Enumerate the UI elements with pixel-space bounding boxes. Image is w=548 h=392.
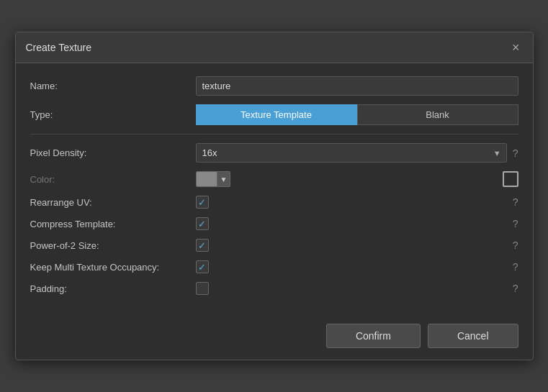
keep-multi-checkbox[interactable]: ✓ [196,260,209,273]
pixel-density-label: Pixel Density: [30,147,196,158]
type-row: Type: Texture Template Blank [30,104,518,125]
type-toggle: Texture Template Blank [196,104,518,125]
power-of-2-help-icon[interactable]: ? [513,240,518,251]
dialog-title: Create Texture [26,42,92,53]
padding-checkbox[interactable] [196,282,209,295]
pixel-density-help-icon[interactable]: ? [513,147,518,159]
color-label: Color: [30,174,196,185]
compress-template-control: ✓ ? [196,217,518,230]
type-texture-template-button[interactable]: Texture Template [196,104,357,125]
confirm-button[interactable]: Confirm [326,324,421,348]
power-of-2-control: ✓ ? [196,239,518,252]
compress-template-checkbox[interactable]: ✓ [196,217,209,230]
cancel-button[interactable]: Cancel [428,324,518,348]
color-control: ▼ [196,171,518,187]
rearrange-uv-label: Rearrange UV: [30,197,196,208]
rearrange-uv-help-icon[interactable]: ? [513,196,518,208]
separator [30,134,518,135]
title-bar: Create Texture × [16,32,533,63]
name-label: Name: [30,81,196,91]
type-control: Texture Template Blank [196,104,518,125]
color-row: Color: ▼ [30,171,518,187]
color-swatch[interactable] [196,171,217,187]
color-square-icon [503,171,518,187]
power-of-2-checkbox[interactable]: ✓ [196,239,209,252]
keep-multi-checkmark-icon: ✓ [198,263,206,272]
color-dropdown-button[interactable]: ▼ [217,171,231,187]
close-button[interactable]: × [509,40,523,55]
keep-multi-control: ✓ ? [196,260,518,273]
rearrange-uv-checkbox[interactable]: ✓ [196,196,209,209]
pixel-density-dropdown-wrapper: 16x 8x 32x ▼ [196,143,507,163]
rearrange-uv-row: Rearrange UV: ✓ ? [30,196,518,209]
compress-template-row: Compress Template: ✓ ? [30,217,518,230]
rearrange-uv-checkmark-icon: ✓ [198,198,206,207]
compress-template-label: Compress Template: [30,219,196,229]
color-swatch-wrapper: ▼ [196,171,231,187]
padding-help-icon[interactable]: ? [513,283,518,294]
keep-multi-label: Keep Multi Texture Occupancy: [30,262,196,273]
type-blank-button[interactable]: Blank [357,104,518,125]
type-label: Type: [30,109,196,120]
padding-label: Padding: [30,283,196,294]
padding-control: ? [196,282,518,295]
dialog-content: Name: Type: Texture Template Blank Pixel… [16,63,533,315]
power-of-2-checkmark-icon: ✓ [198,241,206,250]
name-control [196,76,518,96]
name-input[interactable] [196,76,518,96]
create-texture-dialog: Create Texture × Name: Type: Texture Tem… [15,32,534,360]
keep-multi-help-icon[interactable]: ? [513,261,518,273]
padding-row: Padding: ? [30,282,518,295]
footer: Confirm Cancel [16,315,533,360]
pixel-density-row: Pixel Density: 16x 8x 32x ▼ ? [30,143,518,163]
pixel-density-control: 16x 8x 32x ▼ ? [196,143,518,163]
compress-template-checkmark-icon: ✓ [198,219,206,229]
keep-multi-row: Keep Multi Texture Occupancy: ✓ ? [30,260,518,273]
power-of-2-row: Power-of-2 Size: ✓ ? [30,239,518,252]
power-of-2-label: Power-of-2 Size: [30,240,196,251]
compress-template-help-icon[interactable]: ? [513,218,518,229]
pixel-density-select[interactable]: 16x 8x 32x [196,143,507,163]
name-row: Name: [30,76,518,96]
rearrange-uv-control: ✓ ? [196,196,518,209]
